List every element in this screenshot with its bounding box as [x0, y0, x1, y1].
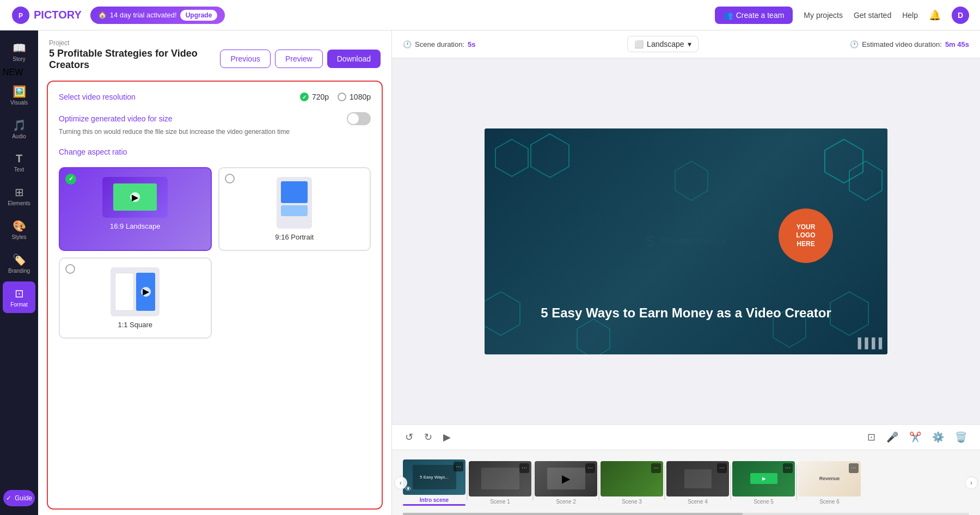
- scene-thumb-intro[interactable]: 5 Easy Ways... 👁 ⋯ Intro scene: [403, 459, 465, 506]
- video-preview: $ Shutterstocks YOURLOGOHERE 5 Easy Ways…: [485, 128, 887, 354]
- change-aspect-link[interactable]: Change aspect ratio: [59, 148, 371, 156]
- svg-marker-2: [495, 139, 528, 176]
- resolution-720-option[interactable]: 720p: [300, 93, 329, 101]
- navbar: P PICTORY 🏠 14 day trial activated! Upgr…: [0, 0, 980, 30]
- portrait-preview: [277, 177, 312, 229]
- sidebar-item-story[interactable]: 📖 Story: [3, 36, 35, 68]
- video-watermark: $ Shutterstocks: [646, 232, 726, 250]
- scissors-button[interactable]: ✂️: [907, 429, 923, 445]
- landscape-label: 16:9 Landscape: [110, 222, 161, 230]
- sidebar-item-branding[interactable]: 🏷️ Branding: [3, 248, 35, 279]
- play-button[interactable]: ▶: [441, 429, 453, 445]
- audio-waveform-icon: ▐▐▐▐: [854, 338, 882, 349]
- radio-portrait: [225, 174, 235, 183]
- svg-text:P: P: [19, 12, 23, 20]
- est-clock-icon: 🕐: [850, 40, 859, 48]
- scene-thumb-2[interactable]: ▶ ⋯ Scene 2: [535, 461, 597, 505]
- estimated-value: 5m 45s: [945, 40, 969, 48]
- scene3-thumb: ⋯: [601, 461, 663, 496]
- sidebar-styles-label: Styles: [11, 234, 26, 240]
- mic-button[interactable]: 🎤: [884, 429, 901, 445]
- guide-button[interactable]: ✓ Guide: [3, 490, 35, 506]
- undo-button[interactable]: ↺: [403, 429, 415, 445]
- sidebar-elements-label: Elements: [8, 200, 30, 206]
- aspect-card-landscape[interactable]: ✓ ▶ 16:9 Landscape: [59, 167, 212, 251]
- resolution-1080-option[interactable]: 1080p: [338, 93, 371, 101]
- new-badge: NEW: [3, 68, 23, 77]
- delete-overlay-2: ⋯: [585, 463, 595, 473]
- create-team-button[interactable]: 👥 Create a team: [715, 7, 793, 24]
- logo[interactable]: P PICTORY: [11, 5, 82, 25]
- sidebar-text-label: Text: [14, 167, 24, 173]
- optimize-toggle[interactable]: [347, 112, 371, 125]
- project-label: Project: [49, 39, 381, 47]
- scene-thumb-3[interactable]: ⋯ Scene 3: [601, 461, 663, 505]
- main-layout: 📖 Story NEW 🖼️ Visuals 🎵 Audio T Text ⊞ …: [0, 30, 980, 515]
- sidebar-item-audio[interactable]: 🎵 Audio: [3, 113, 35, 145]
- elements-icon: ⊞: [15, 186, 24, 199]
- redo-button[interactable]: ↻: [422, 429, 434, 445]
- delete-button[interactable]: 🗑️: [953, 429, 969, 445]
- timeline-arrow-left[interactable]: ‹: [394, 476, 407, 489]
- landscape-inner: ▶: [113, 183, 157, 211]
- upgrade-button[interactable]: Upgrade: [180, 10, 218, 21]
- scene4-label: Scene 4: [688, 499, 708, 505]
- scene-duration-value: 5s: [468, 40, 475, 48]
- portrait-bar-bottom: [281, 205, 308, 216]
- audio-icon: 🎵: [13, 119, 26, 132]
- control-group-right: ⊡ 🎤 ✂️ ⚙️ 🗑️: [865, 429, 969, 445]
- download-button[interactable]: Download: [327, 50, 381, 68]
- captions-button[interactable]: ⊡: [865, 429, 878, 445]
- sidebar-format-label: Format: [10, 302, 28, 308]
- delete-overlay-6: ⋯: [849, 463, 859, 473]
- delete-overlay-1: ⋯: [519, 463, 529, 473]
- left-panel: Project 5 Profitable Strategies for Vide…: [38, 30, 392, 515]
- optimize-row: Optimize generated video for size Turnin…: [59, 112, 371, 137]
- separator-4: [664, 465, 665, 500]
- sidebar-story-label: Story: [13, 56, 25, 62]
- sidebar-item-text[interactable]: T Text: [3, 147, 35, 178]
- aspect-card-square[interactable]: ▶ 1:1 Square: [59, 258, 212, 339]
- landscape-selector[interactable]: ⬜ Landscape ▾: [627, 36, 699, 52]
- video-header: 🕐 Scene duration: 5s ⬜ Landscape ▾ 🕐 Est…: [392, 30, 980, 58]
- sidebar-item-elements[interactable]: ⊞ Elements: [3, 180, 35, 212]
- sidebar-item-visuals[interactable]: 🖼️ Visuals: [3, 79, 35, 111]
- aspect-card-portrait[interactable]: 9:16 Portrait: [218, 167, 371, 251]
- sidebar: 📖 Story NEW 🖼️ Visuals 🎵 Audio T Text ⊞ …: [0, 30, 38, 515]
- sidebar-visuals-label: Visuals: [10, 100, 28, 106]
- separator-5: [730, 465, 731, 500]
- get-started-link[interactable]: Get started: [854, 11, 891, 20]
- resolution-720-label: 720p: [312, 93, 329, 101]
- landscape-selector-label: Landscape: [647, 40, 684, 48]
- svg-marker-10: [675, 161, 708, 200]
- portrait-label: 9:16 Portrait: [275, 233, 314, 241]
- team-icon: 👥: [724, 11, 733, 20]
- video-logo: YOURLOGOHERE: [779, 209, 833, 263]
- aspect-grid: ✓ ▶ 16:9 Landscape: [59, 167, 371, 339]
- scene-thumb-4[interactable]: ⋯ Scene 4: [666, 461, 729, 505]
- separator-1: [467, 465, 468, 500]
- project-header: Project 5 Profitable Strategies for Vide…: [38, 30, 391, 75]
- scene-thumb-5[interactable]: ▶ ⋯ Scene 5: [732, 461, 795, 505]
- scene-thumb-6[interactable]: Revenue ⋯ Scene 6: [798, 461, 861, 505]
- navbar-right: 👥 Create a team My projects Get started …: [715, 7, 969, 24]
- preview-button[interactable]: Preview: [275, 50, 323, 68]
- intro-thumb: 5 Easy Ways... 👁 ⋯: [403, 459, 465, 495]
- bell-icon[interactable]: 🔔: [929, 9, 941, 21]
- settings-button[interactable]: ⚙️: [930, 429, 946, 445]
- sidebar-item-format[interactable]: ⊡ Format: [3, 281, 35, 313]
- timeline-arrow-right[interactable]: ›: [965, 476, 978, 489]
- video-controls: ↺ ↻ ▶ ⊡ 🎤 ✂️ ⚙️ 🗑️: [392, 424, 980, 450]
- scene-duration-label: Scene duration:: [415, 40, 464, 48]
- scene-thumb-1[interactable]: ⋯ Scene 1: [469, 461, 531, 505]
- video-title-text: 5 Easy Ways to Earn Money as a Video Cre…: [485, 304, 887, 321]
- my-projects-link[interactable]: My projects: [804, 11, 843, 20]
- svg-marker-3: [531, 134, 569, 177]
- previous-button[interactable]: Previous: [220, 50, 270, 68]
- sidebar-item-styles[interactable]: 🎨 Styles: [3, 214, 35, 246]
- chevron-down-icon: ▾: [688, 40, 691, 48]
- delete-overlay-intro: ⋯: [454, 462, 463, 471]
- help-link[interactable]: Help: [902, 11, 918, 20]
- svg-marker-5: [849, 161, 882, 200]
- avatar[interactable]: D: [952, 7, 969, 24]
